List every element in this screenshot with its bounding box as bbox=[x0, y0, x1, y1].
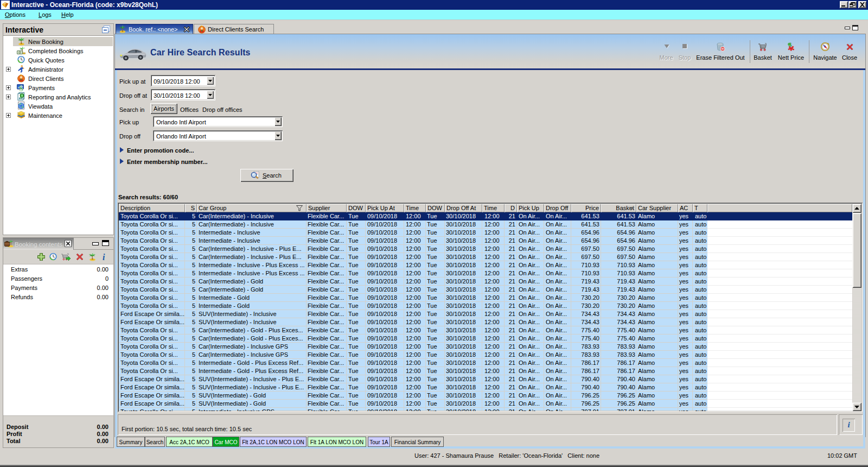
svg-text:?: ? bbox=[20, 74, 22, 77]
svg-text:$: $ bbox=[20, 85, 23, 92]
svg-text:?: ? bbox=[201, 25, 203, 28]
